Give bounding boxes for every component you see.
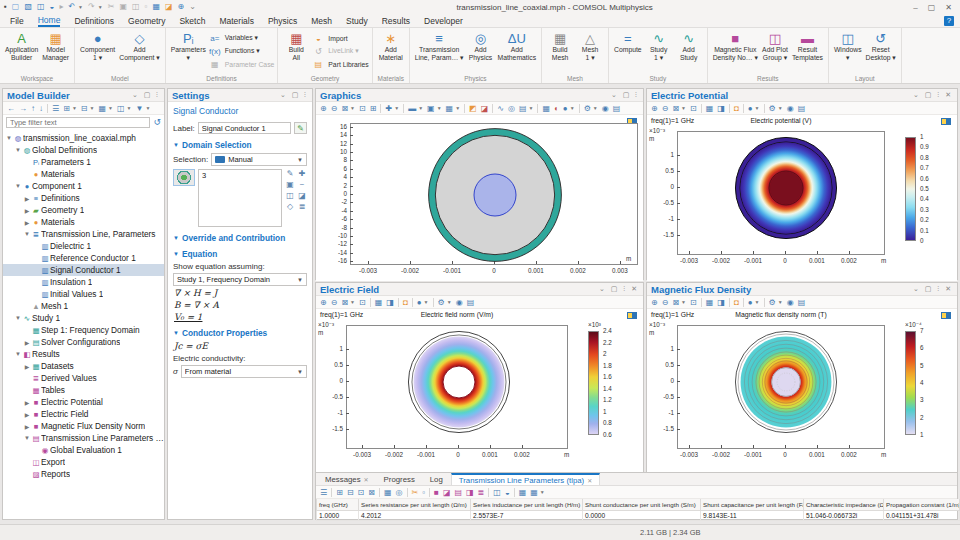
graphics-tool-icon[interactable]: ⊕ [651,104,658,113]
help-icon[interactable]: ? [944,16,954,26]
expand-icon[interactable]: ▶ [23,411,31,418]
graphics-tool-icon[interactable]: ▦ [375,298,383,307]
graphics-tool-icon[interactable]: ◘ [734,298,739,307]
label-input[interactable] [198,122,291,134]
table-header[interactable]: Characteristic impedance (Ω) [804,499,884,510]
menu-item-sketch[interactable]: Sketch [179,16,205,26]
panel-controls[interactable]: ⌄ ▢ ⫶ ✕ [913,91,953,99]
graphics-tool-icon[interactable]: ⊠ [672,104,679,113]
menu-item-home[interactable]: Home [38,15,61,27]
selection-tool-icon[interactable]: ≣ [299,202,306,211]
graphics-tool-icon[interactable]: ⊠ [672,298,679,307]
redo-icon[interactable]: ↷ [88,3,95,11]
tree-item[interactable]: ▼∿Study 1 [3,312,164,324]
tree-item[interactable]: ▦Step 1: Frequency Domain [3,324,164,336]
undo-icon[interactable]: ↶ [68,3,75,11]
ribbon-button[interactable]: △Mesh1 ▾ [575,30,605,63]
plot-canvas[interactable] [678,132,886,256]
ribbon-button[interactable]: ◫Windows▾ [832,30,864,63]
graphics-tool-icon[interactable]: ▦ [706,298,714,307]
menu-item-mesh[interactable]: Mesh [311,16,332,26]
dock-tool-icon[interactable]: ✂ [412,488,419,497]
collapse-icon[interactable]: ▼ [5,135,13,141]
selection-tool-icon[interactable]: ◪ [298,191,306,200]
graphics-tool-icon[interactable]: ▤ [467,298,475,307]
graphics-tool-icon[interactable]: ⊞ [370,104,377,113]
tree-item[interactable]: ▼●Component 1 [3,180,164,192]
graphics-tool-icon[interactable]: ∿ [497,104,504,113]
graphics-tool-icon[interactable]: ◎ [508,104,515,113]
run-icon[interactable]: ▸ [59,3,63,11]
graphics-tool-icon[interactable]: ⚙ [438,298,445,307]
menu-item-developer[interactable]: Developer [424,16,463,26]
dock-tool-icon[interactable]: ▤ [454,488,462,497]
graphics-tool-icon[interactable]: ⊕ [320,298,327,307]
collapse-icon[interactable]: ▼ [14,183,22,189]
ribbon-button[interactable]: ▦BuildAll [281,30,311,63]
menu-item-results[interactable]: Results [382,16,410,26]
minimize-button[interactable]: – [913,3,917,12]
dock-tool-icon[interactable]: ⊟ [347,488,354,497]
table-cell[interactable]: 1.0000 [317,510,359,520]
menu-item-geometry[interactable]: Geometry [128,16,165,26]
plot-context-icon[interactable] [941,118,951,125]
graphics-tool-icon[interactable]: ◨ [386,298,394,307]
graphics-tool-icon[interactable]: ▣ [427,104,435,113]
zoom-icon[interactable]: ⊕ [178,3,185,11]
tree-item[interactable]: ▼◧Results [3,348,164,360]
dock-tool-icon[interactable]: ⊠ [368,488,375,497]
tree-item[interactable]: ▶▤Solver Configurations [3,336,164,348]
electric_field-plot-area[interactable]: freq(1)=1 GHzElectric field norm (V/m)×1… [316,309,643,473]
ribbon-button[interactable]: AApplicationBuilder [3,30,40,63]
ribbon-button[interactable]: ∿Study1 ▾ [644,30,674,63]
panel-controls[interactable]: ⌄ ▢ ⫶ [132,91,160,99]
tree-item[interactable]: ▥Reference Conductor 1 [3,252,164,264]
model-builder-tool-icon[interactable]: ↑ [31,104,35,113]
tree-item[interactable]: ▥Insulation 1 [3,276,164,288]
dock-tool-icon[interactable]: ▫ [422,488,425,497]
dock-tool-icon[interactable]: ⊞ [336,488,343,497]
close-button[interactable]: ✕ [945,3,952,12]
model-builder-tool-icon[interactable]: ▼ [136,104,144,113]
conductivity-dropdown[interactable]: From material ▼ [181,365,307,378]
graphics-tool-icon[interactable]: ◉ [456,298,463,307]
model-builder-tool-icon[interactable]: ⊟ [81,104,88,113]
table-header[interactable]: Propagation constant (1/m) [884,499,960,510]
duplicate-icon[interactable]: ◫ [132,3,140,11]
tree-item[interactable]: ▶■Magnetic Flux Density Norm [3,420,164,432]
copy-icon[interactable]: ▣ [119,3,127,11]
customize-icon[interactable]: ⌄ [189,3,196,11]
section-override[interactable]: ▼ Override and Contribution [173,233,307,243]
tree-item[interactable]: ▶≡Definitions [3,192,164,204]
graphics-tool-icon[interactable]: ◩ [469,104,477,113]
panel-controls[interactable]: ⌄ ▢ ⫶ ✕ [599,285,639,293]
graphics-tool-icon[interactable]: ▦ [446,104,454,113]
ribbon-button[interactable]: ↺ResetDesktop ▾ [864,30,898,63]
graphics-tool-icon[interactable]: ▦ [542,104,550,113]
new-file-icon[interactable]: ▢ [12,3,20,11]
tree-item[interactable]: ▶●Materials [3,216,164,228]
table-cell[interactable]: 9.8143E-11 [701,510,804,520]
tree-item[interactable]: ▦Tables [3,384,164,396]
dock-tab-messages[interactable]: Messages✕ [318,473,376,485]
dock-tool-icon[interactable]: ◒ [505,488,510,497]
paste-icon[interactable]: ▫ [145,3,148,11]
dock-tool-icon[interactable]: ▦ [519,488,527,497]
graphics-tool-icon[interactable]: ◉ [787,298,794,307]
expand-icon[interactable]: ▶ [23,423,31,430]
tree-item[interactable]: ▼◍transmission_line_coaxial.mph [3,132,164,144]
graphics-tool-icon[interactable]: ⚙ [769,104,776,113]
menu-item-materials[interactable]: Materials [219,16,253,26]
graphics-tool-icon[interactable]: ● [748,104,753,113]
graphics-tool-icon[interactable]: ● [563,104,568,113]
ribbon-small-button[interactable]: f(x)Functions ▾ [208,45,275,57]
ribbon-button[interactable]: ∗AddMaterial [376,30,406,63]
selection-tool-icon[interactable]: − [300,180,305,189]
ribbon-button[interactable]: ∿AddStudy [674,30,704,63]
plot-context-icon[interactable] [627,312,637,319]
tree-item[interactable]: PᵢParameters 1 [3,156,164,168]
graphics-tool-icon[interactable]: ▤ [798,298,806,307]
tree-item[interactable]: ▥Initial Values 1 [3,288,164,300]
graphics-tool-icon[interactable]: ◪ [481,104,489,113]
graphics-tool-icon[interactable]: ⊖ [662,298,669,307]
